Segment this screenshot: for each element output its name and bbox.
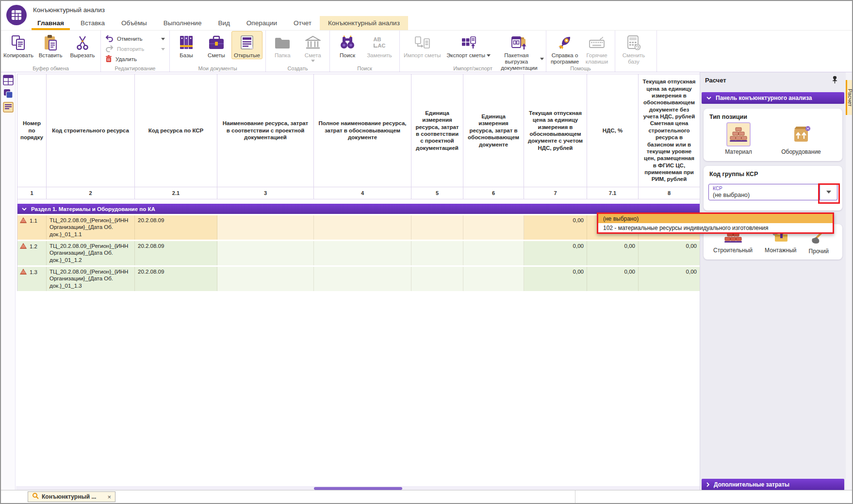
row-number-cell[interactable]: 1.3 — [17, 267, 47, 291]
column-number: 2 — [47, 187, 135, 199]
paste-icon — [43, 33, 58, 52]
ksr-code-cell[interactable]: 20.2.08.09 — [135, 267, 217, 291]
group-switch-db: Сменить базу — [615, 31, 657, 72]
price-vat-cell[interactable]: 0,00 — [524, 241, 587, 265]
switch-db-button[interactable]: Сменить базу — [617, 31, 651, 65]
left-panel-strip — [1, 72, 16, 492]
empty-cell[interactable] — [314, 267, 411, 291]
vat-cell[interactable]: 0,00 — [587, 241, 639, 265]
empty-cell[interactable] — [463, 267, 524, 291]
paste-button[interactable]: Вставить — [34, 31, 66, 59]
empty-cell[interactable] — [217, 241, 314, 265]
group-clipboard: Копировать Вставить Вырезать Буфер обмен… — [1, 31, 101, 72]
import-estimate-button[interactable]: Импорт сметы — [401, 31, 443, 59]
resource-code-cell[interactable]: ТЦ_20.2.08.09_{Регион}_{ИНН Организации}… — [47, 267, 135, 291]
empty-cell[interactable] — [314, 215, 411, 240]
tab-vypolnenie[interactable]: Выполнение — [155, 16, 210, 30]
dropdown-item[interactable]: (не выбрано) — [598, 214, 833, 223]
cut-button[interactable]: Вырезать — [66, 31, 98, 59]
empty-cell[interactable] — [411, 241, 463, 265]
copy-button[interactable]: Копировать — [2, 31, 34, 59]
column-header[interactable]: НДС, % — [587, 74, 639, 187]
chevron-down-icon — [22, 208, 27, 211]
rocket-icon — [557, 33, 573, 52]
undo-button[interactable]: Отменить — [105, 34, 165, 43]
price-vat-cell[interactable]: 0,00 — [524, 215, 587, 240]
resource-code-cell[interactable]: ТЦ_20.2.08.09_{Регион}_{ИНН Организации}… — [47, 215, 135, 240]
document-tab[interactable]: Конъюнктурный ... × — [28, 491, 115, 502]
about-button[interactable]: Справка о программе — [548, 31, 582, 65]
calc-panel-vertical-tab[interactable]: Расчет — [846, 80, 853, 115]
sheet-panel-icon[interactable] — [2, 101, 14, 113]
replace-icon: ABAC — [374, 33, 386, 52]
price-novat-cell[interactable]: 0,00 — [639, 267, 700, 291]
ksr-code-cell[interactable]: 20.2.08.09 — [135, 215, 217, 240]
tab-konyunkturny-analiz[interactable]: Конъюнктурный анализ — [320, 16, 408, 30]
equipment-option[interactable]: Оборудование — [781, 122, 821, 155]
keyboard-icon — [589, 33, 605, 52]
tab-operacii[interactable]: Операции — [238, 16, 285, 30]
empty-cell[interactable] — [463, 215, 524, 240]
group-label-editing: Редактирование — [101, 65, 169, 71]
close-icon[interactable]: × — [107, 494, 111, 500]
estimate-create-button[interactable]: Смета — [298, 31, 328, 63]
column-header[interactable]: Код строительного ресурса — [47, 74, 135, 187]
ksr-combo-field[interactable]: КСР (не выбрано) — [708, 184, 820, 200]
tab-vid[interactable]: Вид — [210, 16, 238, 30]
material-option[interactable]: Материал — [725, 122, 752, 155]
column-number: 7 — [524, 187, 587, 199]
search-button[interactable]: Поиск — [331, 31, 363, 59]
column-header[interactable]: Полное наименование ресурса, затрат в об… — [314, 74, 411, 187]
warning-icon — [20, 217, 27, 223]
empty-cell[interactable] — [463, 241, 524, 265]
empty-cell[interactable] — [411, 267, 463, 291]
column-header[interactable]: Текущая отпускная цена за единицу измере… — [639, 74, 700, 187]
undo-icon — [105, 35, 114, 43]
dropdown-item[interactable]: 102 - материальные ресурсы индивидуально… — [598, 223, 833, 232]
tab-obyomy[interactable]: Объёмы — [113, 16, 155, 30]
opened-button[interactable]: Открытые — [231, 31, 262, 59]
pin-icon[interactable] — [832, 76, 838, 86]
export-estimate-icon — [460, 33, 477, 52]
export-estimate-button[interactable]: Экспорт сметы — [443, 31, 494, 59]
replace-button[interactable]: ABAC Заменить — [363, 31, 395, 59]
empty-cell[interactable] — [217, 267, 314, 291]
column-header[interactable]: Наименование ресурса, затрат в соответст… — [217, 74, 314, 187]
price-vat-cell[interactable]: 0,00 — [524, 267, 587, 291]
empty-cell[interactable] — [217, 215, 314, 240]
column-header[interactable]: Единица измерения ресурса, затрат в соот… — [411, 74, 463, 187]
ksr-code-cell[interactable]: 20.2.08.09 — [135, 241, 217, 265]
estimates-button[interactable]: Сметы — [201, 31, 231, 59]
tab-vstavka[interactable]: Вставка — [72, 16, 113, 30]
right-dock-strip: Расчет — [846, 72, 853, 492]
undo-dropdown-caret[interactable] — [161, 38, 165, 40]
redo-button[interactable]: Повторить — [105, 45, 165, 53]
column-header[interactable]: Номер по порядку — [17, 74, 47, 187]
empty-cell[interactable] — [411, 215, 463, 240]
bases-button[interactable]: Базы — [171, 31, 201, 59]
equipment-box-icon — [789, 122, 813, 146]
panel-section-ka[interactable]: Панель конъюнктурного анализа — [702, 92, 844, 104]
hotkeys-button[interactable]: Горячие клавиши — [582, 31, 612, 65]
group-label-create: Создать — [266, 65, 329, 71]
column-header[interactable]: Текущая отпускная цена за единицу измере… — [524, 74, 587, 187]
tab-otchet[interactable]: Отчет — [285, 16, 320, 30]
batch-dropdown-caret — [540, 58, 544, 60]
column-header[interactable]: Код ресурса по КСР — [135, 74, 217, 187]
delete-button[interactable]: Удалить — [105, 55, 165, 64]
column-number: 5 — [411, 187, 463, 199]
empty-cell[interactable] — [314, 241, 411, 265]
row-number-cell[interactable]: 1.2 — [17, 241, 47, 265]
grid-panel-icon[interactable] — [2, 74, 14, 86]
folder-button[interactable]: Папка — [267, 31, 298, 59]
resource-code-cell[interactable]: ТЦ_20.2.08.09_{Регион}_{ИНН Организации}… — [47, 241, 135, 265]
tab-glavnaya[interactable]: Главная — [29, 16, 72, 30]
search-binoculars-icon — [339, 33, 356, 52]
panel-section-additional-costs[interactable]: Дополнительные затраты — [702, 479, 844, 490]
column-header[interactable]: Единица измерения ресурса, затрат в обос… — [463, 74, 524, 187]
row-number-cell[interactable]: 1.1 — [17, 215, 47, 240]
vat-cell[interactable]: 0,00 — [587, 267, 639, 291]
layers-panel-icon[interactable] — [2, 88, 14, 99]
material-bricks-icon — [726, 122, 751, 146]
price-novat-cell[interactable]: 0,00 — [639, 241, 700, 265]
